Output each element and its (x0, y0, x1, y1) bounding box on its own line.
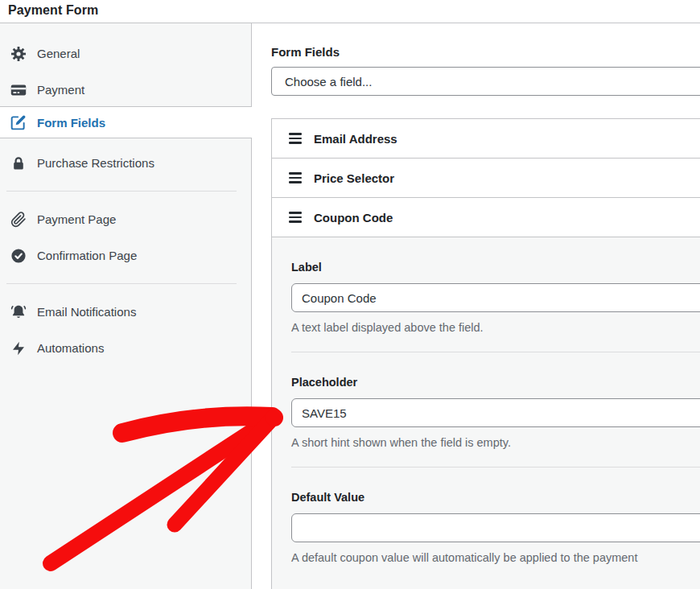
label-setting-label: Label (291, 261, 700, 274)
sidebar-group-lower: Purchase Restrictions Payment Page Confi… (0, 138, 252, 589)
default-value-setting-label: Default Value (291, 491, 700, 504)
drag-handle-icon[interactable] (289, 133, 302, 144)
lightning-icon (10, 340, 27, 356)
sidebar-item-label: Form Fields (37, 116, 105, 130)
sidebar-item-label: Payment Page (37, 212, 116, 226)
field-row-email-address[interactable]: Email Address (272, 119, 700, 159)
sidebar-item-label: Email Notifications (37, 305, 136, 319)
placeholder-setting-label: Placeholder (291, 376, 700, 389)
field-row-title: Email Address (314, 132, 397, 146)
field-selector[interactable]: Choose a field... (271, 67, 700, 96)
sidebar-item-label: Confirmation Page (37, 249, 137, 262)
check-circle-icon (10, 248, 27, 264)
gear-icon (10, 46, 27, 62)
sidebar-item-label: Payment (37, 83, 84, 97)
sidebar-item-automations[interactable]: Automations (0, 330, 251, 366)
sidebar-item-purchase-restrictions[interactable]: Purchase Restrictions (0, 145, 251, 181)
default-value-help-text: A default coupon value will automaticall… (291, 551, 700, 564)
sidebar-item-payment[interactable]: Payment (0, 72, 251, 108)
drag-handle-icon[interactable] (289, 212, 302, 223)
sidebar-item-confirmation-page[interactable]: Confirmation Page (0, 237, 251, 274)
titlebar: Payment Form (0, 0, 700, 23)
sidebar-group-general: General Payment (0, 23, 252, 107)
sidebar-item-label: Purchase Restrictions (37, 156, 154, 170)
sidebar-item-form-fields[interactable]: Form Fields (0, 107, 252, 138)
sidebar-item-general[interactable]: General (0, 35, 251, 72)
default-value-input[interactable] (291, 513, 700, 542)
settings-sidebar: General Payment Form Fields Purchase Res… (0, 23, 252, 589)
label-section: Label A text label displayed above the f… (272, 237, 700, 352)
form-fields-heading: Form Fields (271, 45, 700, 59)
placeholder-input[interactable] (291, 398, 700, 427)
credit-card-icon (10, 82, 27, 98)
sidebar-item-label: General (37, 47, 80, 60)
sidebar-item-email-notifications[interactable]: Email Notifications (0, 294, 251, 330)
drag-handle-icon[interactable] (289, 172, 302, 183)
default-value-section: Default Value A default coupon value wil… (272, 467, 700, 582)
sidebar-item-label: Automations (37, 341, 104, 355)
edit-icon (10, 114, 27, 130)
placeholder-section: Placeholder A short hint shown when the … (272, 352, 700, 467)
sidebar-divider (6, 191, 237, 192)
sidebar-divider (6, 283, 237, 284)
bell-icon (10, 304, 27, 320)
sidebar-item-payment-page[interactable]: Payment Page (0, 201, 251, 237)
form-fields-panel: Form Fields Choose a field... Email Addr… (253, 23, 700, 589)
lock-icon (10, 155, 27, 171)
field-row-title: Coupon Code (314, 211, 393, 224)
field-row-title: Price Selector (314, 171, 394, 185)
page-title: Payment Form (0, 0, 700, 18)
paperclip-icon (10, 212, 27, 228)
field-row-price-selector[interactable]: Price Selector (272, 159, 700, 198)
label-help-text: A text label displayed above the field. (291, 321, 700, 334)
label-input[interactable] (291, 283, 700, 312)
field-row-coupon-code[interactable]: Coupon Code (272, 198, 700, 237)
payment-form-settings-page: { "page_title": "Payment Form", "sidebar… (0, 0, 700, 589)
fields-list: Email Address Price Selector Coupon Code… (271, 118, 700, 589)
coupon-code-settings: Label A text label displayed above the f… (272, 237, 700, 589)
placeholder-help-text: A short hint shown when the field is emp… (291, 436, 700, 449)
